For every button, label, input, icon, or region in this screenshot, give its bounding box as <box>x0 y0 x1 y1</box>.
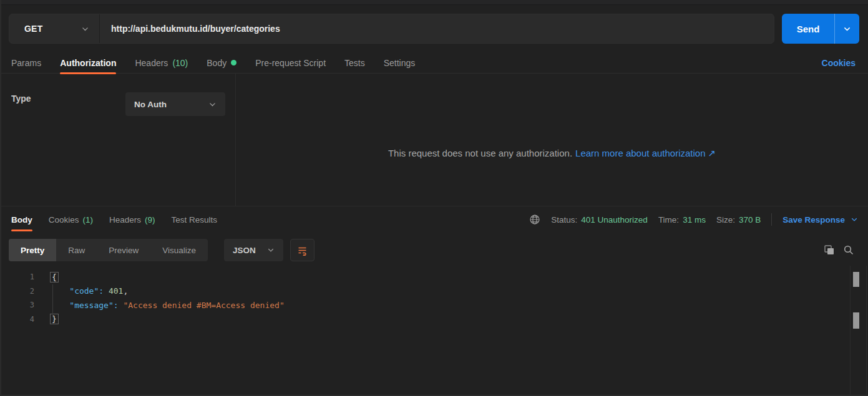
authorization-panel: Type No Auth This request does not use a… <box>1 74 868 206</box>
json-key-token: "code" <box>69 286 99 296</box>
code-line: 2 "code": 401, <box>1 284 843 299</box>
auth-type-value: No Auth <box>134 100 167 109</box>
open-brace-token: { <box>50 272 59 283</box>
tab-count-badge: (10) <box>172 58 188 68</box>
status-value: 401 Unauthorized <box>581 215 648 225</box>
response-body-code: 1 { 2 "code": 401, 3 "message": "Access … <box>1 270 843 326</box>
code-text: "code": 401, <box>34 286 128 296</box>
time-indicator: Time: 31 ms <box>658 215 706 225</box>
code-line: 3 "message": "Access denied #BM=Access d… <box>1 298 843 312</box>
method-select[interactable]: GET <box>9 14 100 43</box>
comma-token: , <box>123 286 128 296</box>
time-value: 31 ms <box>683 215 706 225</box>
search-icon[interactable] <box>843 244 854 256</box>
status-label: Status: <box>551 215 577 225</box>
line-number: 1 <box>1 273 34 281</box>
json-string-token: "Access denied #BM=Access denied" <box>123 301 284 310</box>
line-number: 3 <box>1 301 34 309</box>
chevron-down-icon <box>843 25 851 33</box>
status-indicator: Status: 401 Unauthorized <box>551 215 648 225</box>
save-response-label: Save Response <box>783 215 845 225</box>
word-wrap-icon <box>297 245 308 256</box>
save-response-button[interactable]: Save Response <box>783 215 858 225</box>
tab-pre-request-script[interactable]: Pre-request Script <box>255 52 326 73</box>
line-number: 2 <box>1 287 34 296</box>
chevron-down-icon <box>267 246 275 254</box>
tab-headers[interactable]: Headers (10) <box>135 52 188 73</box>
tab-count-badge: (9) <box>145 215 155 225</box>
auth-help-pane: This request does not use any authorizat… <box>236 74 868 206</box>
colon-token: : <box>114 301 124 310</box>
indent-guide <box>52 284 53 317</box>
tab-settings[interactable]: Settings <box>384 52 416 73</box>
auth-help-text: This request does not use any authorizat… <box>388 148 572 158</box>
line-number: 4 <box>1 315 34 324</box>
code-line: 4 } <box>1 312 843 327</box>
response-section: Body Cookies (1) Headers (9) Test Result… <box>1 206 868 395</box>
tab-response-body[interactable]: Body <box>11 206 32 233</box>
wrap-lines-button[interactable] <box>290 239 315 261</box>
code-line: 1 { <box>1 270 843 284</box>
send-button[interactable]: Send <box>782 14 834 44</box>
code-text: } <box>34 314 59 324</box>
tab-authorization[interactable]: Authorization <box>60 52 116 73</box>
send-options-button[interactable] <box>834 14 859 44</box>
body-modified-dot-icon <box>231 60 237 65</box>
top-strip <box>1 0 868 5</box>
chevron-down-icon <box>208 100 217 109</box>
tab-label: Headers <box>109 215 141 225</box>
view-raw-button[interactable]: Raw <box>56 239 97 261</box>
json-key-token: "message" <box>69 301 113 310</box>
response-header: Body Cookies (1) Headers (9) Test Result… <box>1 206 868 233</box>
size-value: 370 B <box>739 215 761 225</box>
tab-test-results[interactable]: Test Results <box>172 206 218 233</box>
tab-response-cookies[interactable]: Cookies (1) <box>49 206 93 233</box>
view-preview-button[interactable]: Preview <box>97 239 150 261</box>
cookies-link[interactable]: Cookies <box>822 52 856 73</box>
method-label: GET <box>24 24 42 34</box>
view-visualize-button[interactable]: Visualize <box>150 239 208 261</box>
tab-params[interactable]: Params <box>11 52 41 73</box>
url-input[interactable] <box>100 14 774 43</box>
send-split-button: Send <box>782 14 859 44</box>
view-mode-group: Pretty Raw Preview Visualize <box>9 239 208 261</box>
tab-label: Settings <box>384 58 416 68</box>
tab-label: Headers <box>135 58 168 68</box>
copy-icon[interactable] <box>824 244 835 256</box>
code-text: { <box>34 273 59 282</box>
request-input-group: GET <box>9 14 774 44</box>
view-pretty-button[interactable]: Pretty <box>9 239 56 261</box>
learn-more-label: Learn more about authorization <box>575 148 705 159</box>
tab-label: Pre-request Script <box>255 58 326 68</box>
tab-label: Tests <box>344 58 365 68</box>
tab-label: Authorization <box>60 58 116 68</box>
format-label: JSON <box>233 246 256 255</box>
request-tabs: Params Authorization Headers (10) Body P… <box>1 52 868 74</box>
close-brace-token: } <box>50 314 59 324</box>
tab-count-badge: (1) <box>83 215 94 225</box>
tab-tests[interactable]: Tests <box>344 52 365 73</box>
scrollbar-thumb[interactable] <box>853 272 859 287</box>
scrollbar-track <box>850 266 851 395</box>
app-window: GET Send Params Authorization Headers <box>0 0 868 396</box>
globe-icon <box>529 214 540 225</box>
time-label: Time: <box>658 215 679 225</box>
code-text: "message": "Access denied #BM=Access den… <box>34 301 285 310</box>
tab-label: Cookies <box>49 215 79 225</box>
divider <box>771 213 772 226</box>
tab-response-headers[interactable]: Headers (9) <box>109 206 155 233</box>
tab-label: Params <box>11 58 41 68</box>
pane-edge-divider <box>866 266 867 395</box>
request-bar: GET Send <box>9 14 859 44</box>
tab-body[interactable]: Body <box>207 52 237 73</box>
chevron-down-icon <box>851 216 858 223</box>
auth-type-label: Type <box>11 94 31 104</box>
auth-type-select[interactable]: No Auth <box>125 92 225 116</box>
format-select[interactable]: JSON <box>224 239 283 261</box>
scrollbar-marker[interactable] <box>853 312 859 329</box>
colon-token: : <box>99 286 109 296</box>
learn-more-link[interactable]: Learn more about authorization ↗ <box>575 148 716 159</box>
chevron-down-icon <box>81 25 89 33</box>
response-toolbar: Pretty Raw Preview Visualize JSON <box>9 239 868 261</box>
auth-type-pane: Type No Auth <box>1 74 236 206</box>
